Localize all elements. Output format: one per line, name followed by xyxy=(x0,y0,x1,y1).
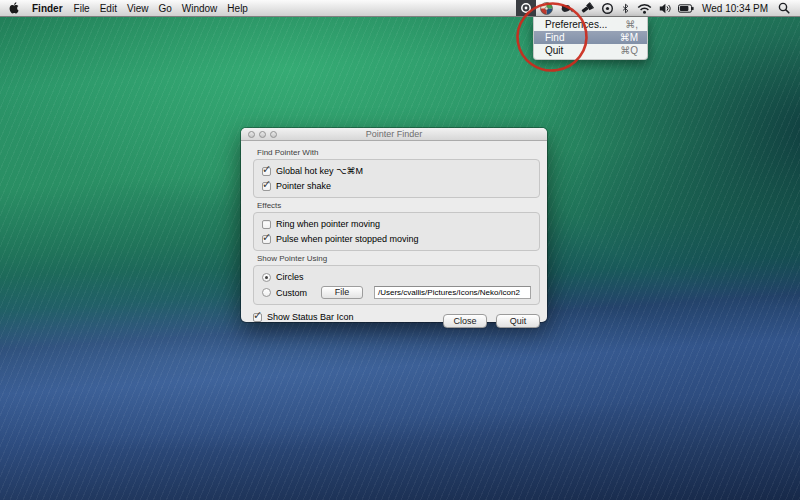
flashlight-menu-extra[interactable] xyxy=(576,0,597,16)
window-title: Pointer Finder xyxy=(241,128,547,141)
action-buttons: Close Quit xyxy=(443,314,540,328)
menu-window[interactable]: Window xyxy=(182,3,218,14)
spotlight-icon xyxy=(778,2,790,14)
checkbox-icon[interactable] xyxy=(262,182,271,191)
close-traffic-light[interactable] xyxy=(248,131,255,138)
desktop: Finder File Edit View Go Window Help xyxy=(0,0,800,500)
checkbox-global-hot-key[interactable]: Global hot key ⌥⌘M xyxy=(262,165,531,177)
menu-item-find[interactable]: Find ⌘M xyxy=(534,31,647,44)
checkbox-ring-when-moving[interactable]: Ring when pointer moving xyxy=(262,218,531,230)
menu-bar-status-area: Wed 10:34 PM xyxy=(516,0,800,16)
menu-view[interactable]: View xyxy=(127,3,149,14)
mouse-icon xyxy=(560,2,573,14)
menu-item-label: Find xyxy=(545,32,564,43)
close-button[interactable]: Close xyxy=(443,314,487,328)
color-wheel-menu-extra[interactable] xyxy=(536,0,556,16)
spotlight-menu-extra[interactable] xyxy=(774,0,793,16)
bluetooth-menu-extra[interactable] xyxy=(617,0,633,16)
radio-icon[interactable] xyxy=(262,288,271,297)
custom-icon-path-field[interactable]: /Users/cvallis/Pictures/Icons/Neko/icon2 xyxy=(374,286,531,299)
checkbox-icon[interactable] xyxy=(262,167,271,176)
apple-icon xyxy=(9,2,19,14)
group-show-pointer-using: Circles Custom File /Users/cvallis/Pictu… xyxy=(253,265,540,305)
menu-file[interactable]: File xyxy=(74,3,90,14)
window-bottom-row: Show Status Bar Icon Close Quit xyxy=(253,311,540,328)
menu-finder[interactable]: Finder xyxy=(32,3,63,14)
checkbox-show-status-bar-icon[interactable]: Show Status Bar Icon xyxy=(253,311,354,323)
menu-item-preferences[interactable]: Preferences... ⌘, xyxy=(534,18,647,31)
battery-menu-extra[interactable] xyxy=(674,0,697,16)
group-label-effects: Effects xyxy=(257,201,540,210)
window-content: Find Pointer With Global hot key ⌥⌘M Poi… xyxy=(241,141,547,333)
custom-icon-row: Custom File /Users/cvallis/Pictures/Icon… xyxy=(262,286,531,299)
mouse-menu-extra[interactable] xyxy=(556,0,576,16)
group-label-find-pointer-with: Find Pointer With xyxy=(257,148,540,157)
volume-icon xyxy=(659,3,671,14)
checkbox-pointer-shake[interactable]: Pointer shake xyxy=(262,180,531,192)
checkbox-label: Show Status Bar Icon xyxy=(267,312,354,322)
group-label-show-pointer-using: Show Pointer Using xyxy=(257,254,540,263)
wifi-menu-extra[interactable] xyxy=(633,0,655,16)
menu-bar: Finder File Edit View Go Window Help xyxy=(0,0,800,17)
menu-bar-left: Finder File Edit View Go Window Help xyxy=(0,2,258,14)
checkbox-label: Global hot key ⌥⌘M xyxy=(276,166,363,176)
checkbox-icon[interactable] xyxy=(253,313,262,322)
checkbox-icon[interactable] xyxy=(262,235,271,244)
menu-item-shortcut: ⌘M xyxy=(620,32,638,43)
color-wheel-icon xyxy=(540,2,553,15)
title-bar[interactable]: Pointer Finder xyxy=(241,128,547,141)
status-menu: Preferences... ⌘, Find ⌘M Quit ⌘Q xyxy=(533,17,648,60)
menu-item-quit[interactable]: Quit ⌘Q xyxy=(534,44,647,57)
group-find-pointer-with: Global hot key ⌥⌘M Pointer shake xyxy=(253,159,540,198)
record-menu-extra[interactable] xyxy=(597,0,617,16)
menu-help[interactable]: Help xyxy=(227,3,248,14)
radio-circles[interactable]: Circles xyxy=(262,271,531,283)
menu-go[interactable]: Go xyxy=(158,3,171,14)
pointer-finder-menu-extra[interactable] xyxy=(516,0,536,16)
apple-menu[interactable] xyxy=(9,2,19,14)
zoom-traffic-light[interactable] xyxy=(270,131,277,138)
record-icon xyxy=(601,2,614,15)
checkbox-label: Pulse when pointer stopped moving xyxy=(276,234,419,244)
checkbox-pulse-when-stopped[interactable]: Pulse when pointer stopped moving xyxy=(262,233,531,245)
radio-icon[interactable] xyxy=(262,273,271,282)
quit-button[interactable]: Quit xyxy=(496,314,540,328)
wifi-icon xyxy=(637,3,652,14)
checkbox-label: Ring when pointer moving xyxy=(276,219,380,229)
pointer-finder-window: Pointer Finder Find Pointer With Global … xyxy=(241,128,547,322)
radio-custom[interactable]: Custom xyxy=(262,288,316,298)
traffic-lights xyxy=(248,131,277,138)
flashlight-icon xyxy=(580,2,594,15)
bluetooth-icon xyxy=(621,2,630,15)
menu-item-label: Quit xyxy=(545,45,563,56)
menu-item-shortcut: ⌘Q xyxy=(620,45,638,56)
radio-label: Custom xyxy=(276,288,307,298)
battery-icon xyxy=(678,4,694,13)
menu-item-shortcut: ⌘, xyxy=(625,19,638,30)
menu-item-label: Preferences... xyxy=(545,19,607,30)
menu-edit[interactable]: Edit xyxy=(100,3,117,14)
menu-bar-clock[interactable]: Wed 10:34 PM xyxy=(702,3,768,14)
volume-menu-extra[interactable] xyxy=(655,0,674,16)
group-effects: Ring when pointer moving Pulse when poin… xyxy=(253,212,540,251)
minimize-traffic-light[interactable] xyxy=(259,131,266,138)
radio-label: Circles xyxy=(276,272,304,282)
file-button[interactable]: File xyxy=(321,286,363,299)
checkbox-icon[interactable] xyxy=(262,220,271,229)
checkbox-label: Pointer shake xyxy=(276,181,331,191)
pointer-finder-icon xyxy=(520,2,532,14)
